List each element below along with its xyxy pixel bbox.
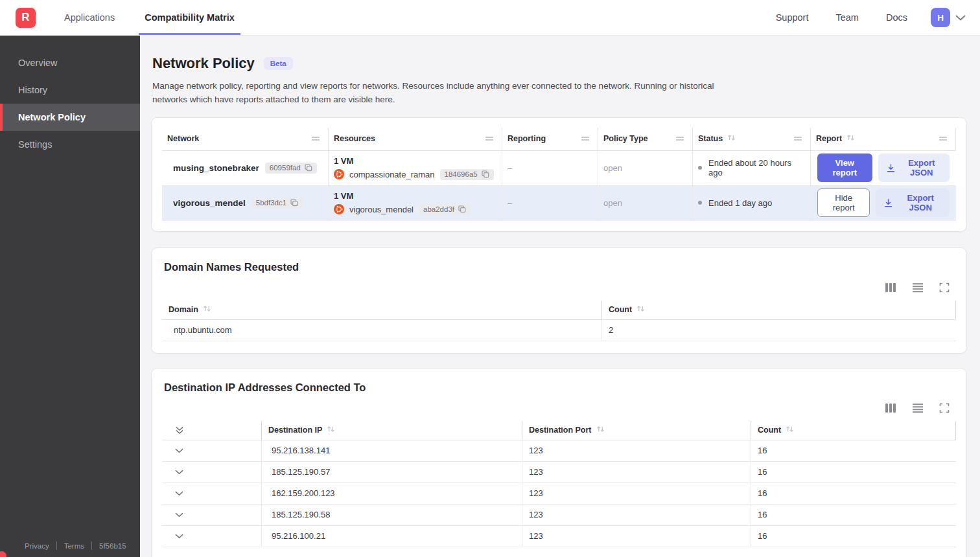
network-name: musing_stonebraker <box>173 163 259 173</box>
row-expander-cell <box>162 526 261 547</box>
chevron-down-icon[interactable] <box>173 446 185 455</box>
copy-icon[interactable] <box>290 199 298 207</box>
sidebar-nav: Overview History Network Policy Settings <box>0 36 140 541</box>
row-expander-cell <box>162 462 261 483</box>
domain-cell: ntp.ubuntu.com <box>162 320 601 341</box>
destination-ip-cell: 185.125.190.57 <box>261 462 522 483</box>
expand-all-icon[interactable] <box>173 424 186 437</box>
fullscreen-icon[interactable] <box>939 282 950 293</box>
copy-icon[interactable] <box>305 164 312 172</box>
row-expander-cell <box>162 505 261 526</box>
vm-line: vigorous_mendel aba2dd3f <box>334 204 471 215</box>
terms-link[interactable]: Terms <box>64 542 84 550</box>
count-cell: 16 <box>751 526 956 547</box>
sort-icon[interactable] <box>785 425 795 435</box>
hide-report-button[interactable]: Hide report <box>817 188 870 217</box>
sidebar-item-settings[interactable]: Settings <box>0 131 140 158</box>
status-dot <box>698 201 702 205</box>
column-header-policy-type[interactable]: Policy Type <box>598 128 692 151</box>
column-header-destination-port[interactable]: Destination Port <box>522 421 751 440</box>
column-header-domain[interactable]: Domain <box>162 301 601 320</box>
network-name-cell: musing_stonebraker 60959fad <box>162 151 328 186</box>
export-json-button[interactable]: Export JSON <box>876 188 950 217</box>
sidebar-item-network-policy[interactable]: Network Policy <box>0 104 140 131</box>
column-header-count[interactable]: Count <box>751 421 956 440</box>
tab-applications[interactable]: Applications <box>58 0 121 35</box>
sort-icon[interactable] <box>326 425 336 435</box>
column-header-network[interactable]: Network <box>162 128 328 151</box>
tab-label: Compatibility Matrix <box>145 12 235 23</box>
chevron-down-icon[interactable] <box>173 489 185 498</box>
sort-icon[interactable] <box>636 304 646 315</box>
column-header-status[interactable]: Status <box>692 128 810 151</box>
row-density-icon[interactable] <box>912 282 924 293</box>
column-resize-icon[interactable] <box>579 133 591 144</box>
copy-icon[interactable] <box>482 170 489 178</box>
chevron-down-icon[interactable] <box>173 510 185 519</box>
destination-port-cell: 123 <box>522 462 751 483</box>
row-expander-cell <box>162 440 261 462</box>
column-label: Policy Type <box>603 134 648 143</box>
column-resize-icon[interactable] <box>310 133 321 144</box>
vm-count: 1 VM <box>334 156 353 166</box>
sort-icon[interactable] <box>596 425 605 435</box>
avatar[interactable]: H <box>931 8 950 27</box>
column-header-resources[interactable]: Resources <box>328 128 502 151</box>
column-header-count[interactable]: Count <box>601 301 956 320</box>
account-menu[interactable]: H <box>931 8 966 27</box>
destination-port-cell: 123 <box>522 440 751 462</box>
row-density-icon[interactable] <box>912 403 924 413</box>
status-text: Ended 1 day ago <box>708 198 772 208</box>
view-report-button[interactable]: View report <box>817 153 872 182</box>
team-link[interactable]: Team <box>835 12 858 23</box>
destination-port-cell: 123 <box>522 483 751 505</box>
docs-link[interactable]: Docs <box>886 12 907 23</box>
column-label: Destination IP <box>268 426 322 435</box>
network-name: vigorous_mendel <box>173 198 246 208</box>
column-label: Count <box>758 426 781 435</box>
expand-all-header <box>162 421 261 440</box>
columns-icon[interactable] <box>885 403 896 413</box>
columns-icon[interactable] <box>885 282 896 293</box>
sidebar-item-label: History <box>18 85 47 95</box>
chevron-down-icon[interactable] <box>955 15 966 21</box>
copy-icon[interactable] <box>458 205 466 213</box>
column-resize-icon[interactable] <box>792 133 804 144</box>
column-header-destination-ip[interactable]: Destination IP <box>261 421 522 440</box>
ubuntu-icon <box>334 204 344 214</box>
tab-compatibility-matrix[interactable]: Compatibility Matrix <box>139 0 240 35</box>
networks-table: Network Resources Reporting Policy Type … <box>162 128 956 221</box>
top-navigation-bar: R Applications Compatibility Matrix Supp… <box>0 0 980 36</box>
page-title: Network Policy <box>152 55 255 72</box>
status-cell: Ended 1 day ago <box>692 186 810 221</box>
count-cell: 2 <box>601 320 956 341</box>
vm-count: 1 VM <box>334 191 353 201</box>
sidebar-item-history[interactable]: History <box>0 76 140 104</box>
table-toolbar <box>162 282 950 293</box>
export-json-button[interactable]: Export JSON <box>878 153 950 182</box>
count-cell: 16 <box>751 462 956 483</box>
chevron-down-icon[interactable] <box>173 468 185 477</box>
column-header-reporting[interactable]: Reporting <box>502 128 598 151</box>
sort-icon[interactable] <box>846 133 856 144</box>
privacy-link[interactable]: Privacy <box>25 542 49 550</box>
fullscreen-icon[interactable] <box>939 403 950 413</box>
networks-table-card: Network Resources Reporting Policy Type … <box>151 117 967 232</box>
divider <box>56 541 57 550</box>
sort-icon[interactable] <box>727 133 736 144</box>
vm-name: vigorous_mendel <box>349 205 414 214</box>
column-resize-icon[interactable] <box>937 133 949 144</box>
column-resize-icon[interactable] <box>484 133 495 144</box>
chevron-down-icon[interactable] <box>173 532 185 541</box>
destination-ips-card: Destination IP Addresses Connected To De… <box>151 368 967 557</box>
report-cell: View report Export JSON <box>810 151 956 186</box>
sort-icon[interactable] <box>202 304 212 315</box>
support-link[interactable]: Support <box>776 12 809 23</box>
sidebar-item-overview[interactable]: Overview <box>0 49 140 76</box>
count-cell: 16 <box>751 440 956 462</box>
status-cell: Ended about 20 hours ago <box>692 151 810 186</box>
column-header-report[interactable]: Report <box>810 128 956 151</box>
app-logo[interactable]: R <box>16 8 36 28</box>
column-label: Count <box>609 305 632 314</box>
column-resize-icon[interactable] <box>674 133 686 144</box>
